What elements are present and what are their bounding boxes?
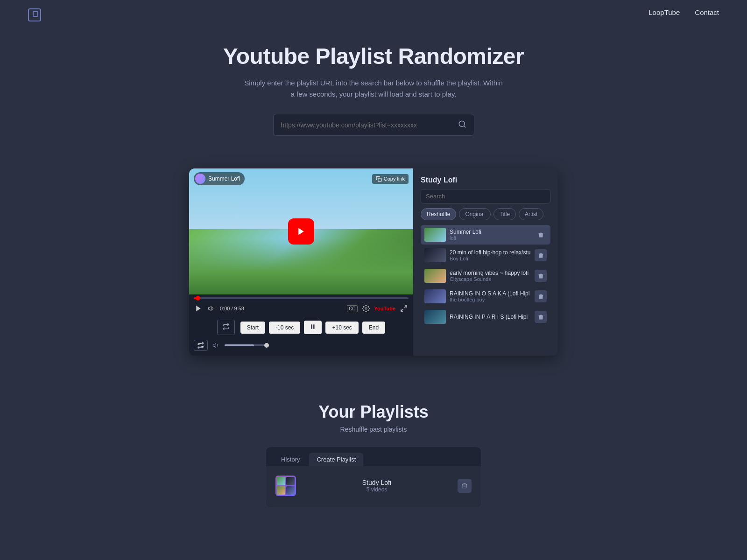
loop-small-button[interactable] — [194, 340, 208, 351]
playlist-item[interactable]: early morning vibes ~ happy lofi Citysca… — [421, 266, 550, 286]
your-playlists-section: Your Playlists Reshuffle past playlists … — [0, 384, 747, 521]
volume-slider[interactable] — [225, 344, 267, 346]
search-icon — [458, 120, 466, 128]
pause-button[interactable] — [304, 321, 322, 334]
video-play-icon — [195, 305, 202, 312]
page-title: Youtube Playlist Randomizer — [9, 43, 738, 69]
svg-line-6 — [401, 309, 403, 311]
card-item-delete-button[interactable] — [458, 479, 472, 493]
logo-icon — [28, 8, 41, 21]
item-title: early morning vibes ~ happy lofi — [450, 270, 531, 276]
forward10-button[interactable]: +10 sec — [325, 322, 358, 334]
channel-name: Summer Lofi — [208, 175, 240, 182]
trash-icon — [461, 483, 468, 489]
volume-button[interactable] — [207, 304, 216, 313]
channel-avatar — [195, 174, 205, 184]
mini-thumb-4 — [286, 486, 295, 495]
item-title: RAINING IN P A R I S (Lofi Hipl — [450, 314, 531, 320]
fullscreen-icon — [400, 305, 408, 312]
volume-small-button[interactable] — [211, 341, 221, 350]
loop-button[interactable] — [217, 320, 235, 335]
start-button[interactable]: Start — [240, 322, 265, 334]
cc-button[interactable]: CC — [347, 305, 357, 312]
item-delete-button[interactable] — [535, 311, 547, 323]
tab-create-playlist[interactable]: Create Playlist — [309, 453, 363, 466]
playlist-item[interactable]: RAINING IN O S A K A (Lofi Hipl the boot… — [421, 287, 550, 306]
playlist-item[interactable]: 20 min of lofi hip-hop to relax/stu Boy … — [421, 245, 550, 265]
svg-rect-7 — [311, 324, 312, 329]
playlist-search-input[interactable] — [421, 189, 550, 203]
search-bar — [9, 114, 738, 136]
card-tabs: History Create Playlist — [266, 447, 481, 466]
volume-icon — [208, 305, 215, 312]
playlist-item[interactable]: Summer Lofi lofi — [421, 225, 550, 245]
mini-thumb-3 — [277, 486, 285, 495]
playlist-item[interactable]: RAINING IN P A R I S (Lofi Hipl — [421, 307, 550, 327]
item-trash-icon — [538, 252, 544, 259]
volume-small-icon — [212, 342, 220, 349]
fullscreen-button[interactable] — [399, 304, 409, 313]
pause-icon — [310, 323, 316, 330]
item-artist: lofi — [450, 235, 531, 241]
mini-thumb-1 — [277, 477, 285, 485]
video-thumbnail: Summer Lofi Copy link — [189, 168, 413, 294]
item-trash-icon — [538, 232, 544, 238]
hero-description: Simply enter the playlist URL into the s… — [243, 77, 504, 100]
item-thumb — [424, 269, 446, 283]
volume-row — [189, 338, 413, 356]
progress-bar[interactable] — [194, 297, 409, 299]
svg-rect-0 — [378, 178, 381, 181]
item-info: 20 min of lofi hip-hop to relax/stu Boy … — [450, 249, 531, 261]
sort-reshuffle[interactable]: Reshuffle — [421, 208, 456, 220]
svg-point-4 — [365, 308, 367, 309]
svg-marker-1 — [298, 228, 304, 235]
hero-section: Youtube Playlist Randomizer Simply enter… — [0, 25, 747, 168]
item-delete-button[interactable] — [535, 290, 547, 302]
nav-contact[interactable]: Contact — [695, 8, 719, 16]
playlist-title: Study Lofi — [421, 176, 550, 184]
search-input[interactable] — [273, 114, 451, 136]
item-trash-icon — [538, 294, 544, 300]
card-playlist-item: Study Lofi 5 videos — [274, 472, 473, 500]
youtube-logo: YouTube — [374, 306, 395, 311]
nav-looptube[interactable]: LoopTube — [648, 8, 680, 16]
video-play-button[interactable] — [194, 304, 203, 313]
tab-history[interactable]: History — [274, 453, 307, 466]
play-icon — [296, 227, 306, 236]
card-item-count: 5 videos — [301, 486, 453, 493]
item-delete-button[interactable] — [535, 249, 547, 261]
play-button[interactable] — [288, 218, 314, 245]
video-topbar: Summer Lofi Copy link — [189, 168, 413, 189]
channel-badge: Summer Lofi — [194, 172, 245, 185]
copy-link-button[interactable]: Copy link — [372, 174, 409, 184]
item-thumb — [424, 228, 446, 242]
svg-line-5 — [404, 306, 407, 308]
search-button[interactable] — [451, 114, 474, 136]
item-artist: Boy Lofi — [450, 256, 531, 261]
item-title: Summer Lofi — [450, 229, 531, 235]
copy-link-label: Copy link — [384, 176, 405, 182]
player-container: Summer Lofi Copy link — [189, 168, 558, 356]
progress-container[interactable] — [189, 294, 413, 301]
item-thumb — [424, 310, 446, 324]
settings-button[interactable] — [361, 304, 371, 313]
item-trash-icon — [538, 273, 544, 279]
loop-icon — [222, 323, 230, 330]
player-and-playlist: Summer Lofi Copy link — [189, 168, 558, 356]
item-delete-button[interactable] — [535, 270, 547, 282]
sort-original[interactable]: Original — [459, 208, 490, 220]
end-button[interactable]: End — [362, 322, 385, 334]
item-artist: Cityscape Sounds — [450, 276, 531, 282]
svg-marker-3 — [208, 306, 211, 310]
item-thumb — [424, 248, 446, 262]
sort-artist[interactable]: Artist — [519, 208, 543, 220]
item-delete-button[interactable] — [535, 229, 547, 241]
player-section: Summer Lofi Copy link — [0, 168, 747, 384]
card-item-name: Study Lofi — [301, 479, 453, 486]
progress-dot — [196, 296, 200, 301]
item-info: Summer Lofi lofi — [450, 229, 531, 241]
back10-button[interactable]: -10 sec — [269, 322, 300, 334]
video-wrapper: Summer Lofi Copy link — [189, 168, 413, 356]
sort-title[interactable]: Title — [493, 208, 516, 220]
loop-small-icon — [197, 342, 204, 349]
